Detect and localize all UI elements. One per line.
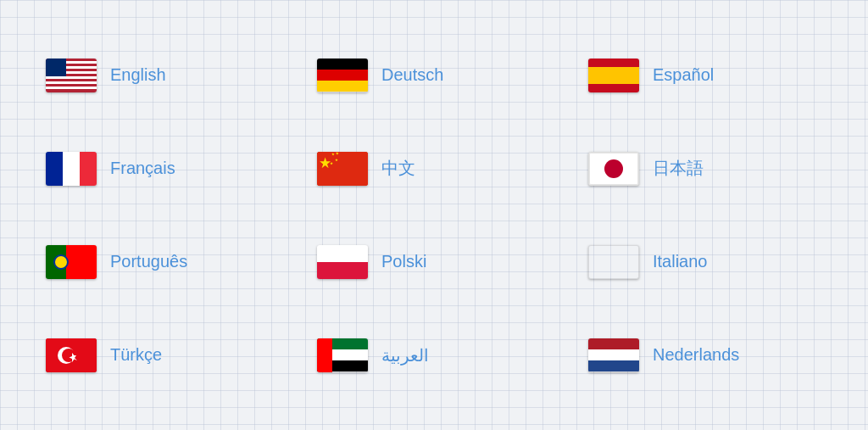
lang-label-en: English — [110, 65, 166, 85]
flag-pl — [317, 245, 368, 279]
lang-label-fr: Français — [110, 159, 175, 178]
flag-ae — [317, 338, 368, 372]
flag-de — [317, 59, 368, 92]
flag-cn — [317, 152, 368, 186]
flag-fr — [46, 152, 97, 186]
lang-label-ja: 日本語 — [653, 157, 704, 180]
lang-item-ja[interactable]: 日本語 — [578, 126, 832, 211]
lang-label-ar: العربية — [381, 345, 429, 366]
lang-label-zh: 中文 — [381, 157, 415, 180]
lang-item-pl[interactable]: Polski — [307, 220, 561, 304]
lang-item-tr[interactable]: Türkçe — [36, 313, 290, 398]
lang-item-nl[interactable]: Nederlands — [578, 313, 832, 398]
lang-label-tr: Türkçe — [110, 345, 162, 365]
svg-rect-0 — [317, 152, 368, 186]
flag-us — [46, 59, 97, 92]
flag-nl — [588, 338, 639, 372]
lang-label-de: Deutsch — [381, 65, 443, 85]
lang-item-pt[interactable]: Português — [36, 220, 290, 304]
lang-label-pt: Português — [110, 252, 187, 271]
lang-label-nl: Nederlands — [653, 345, 739, 365]
flag-es — [588, 59, 639, 92]
lang-label-it: Italiano — [653, 252, 708, 271]
lang-item-es[interactable]: Español — [578, 33, 832, 118]
lang-item-en[interactable]: English — [36, 33, 290, 118]
lang-item-de[interactable]: Deutsch — [307, 33, 561, 118]
flag-pt — [46, 245, 97, 279]
flag-tr — [46, 338, 97, 372]
lang-label-es: Español — [653, 65, 714, 85]
lang-label-pl: Polski — [381, 252, 426, 271]
language-grid: English Deutsch Español Français — [19, 16, 849, 415]
lang-item-fr[interactable]: Français — [36, 126, 290, 211]
flag-it — [588, 245, 639, 279]
lang-item-ar[interactable]: العربية — [307, 313, 561, 398]
flag-jp — [588, 152, 639, 186]
lang-item-it[interactable]: Italiano — [578, 220, 832, 304]
lang-item-zh[interactable]: 中文 — [307, 126, 561, 211]
